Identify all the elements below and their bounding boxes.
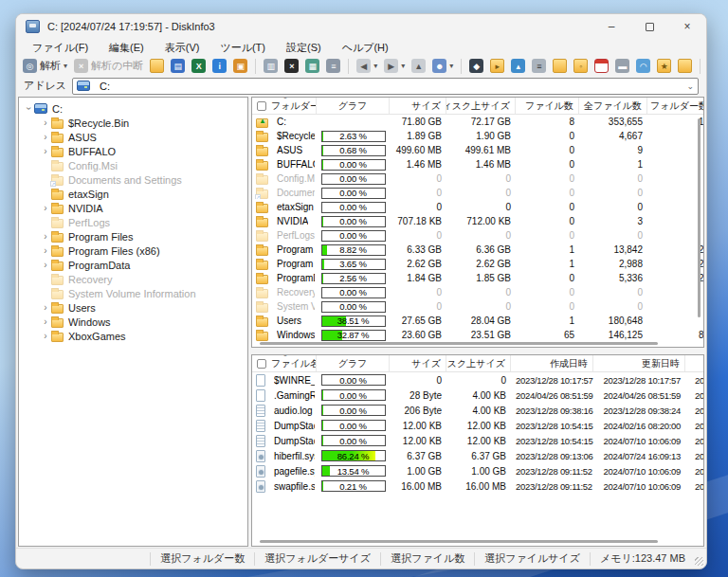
close-button[interactable]: × <box>668 14 706 39</box>
folder-row[interactable]: C:71.80 GB72.17 GB8353,65516 <box>252 115 704 129</box>
folder-row[interactable]: Recovery0.00 %00000 <box>252 285 704 299</box>
folder-row[interactable]: Program File...3.65 %2.62 GB2.62 GB12,98… <box>252 257 704 271</box>
menu-file[interactable]: ファイル(F) <box>22 39 99 56</box>
tree-item-program-files-x86-[interactable]: ›Program Files (x86) <box>19 243 247 258</box>
column-header[interactable]: ディスク上サイズ <box>446 98 516 114</box>
tree-item-windows[interactable]: ›Windows <box>19 315 247 329</box>
chevron-down-icon[interactable]: ▾ <box>449 62 453 70</box>
folder-row[interactable]: Program Files8.82 %6.33 GB6.36 GB113,842… <box>252 243 704 257</box>
folder-row[interactable]: NVIDIA0.00 %707.18 KB712.00 KB031 <box>252 214 704 228</box>
folder-row[interactable]: $Recycle.Bin2.63 %1.89 GB1.90 GB04,6673 <box>252 129 704 143</box>
tree-item-documents-and-settings[interactable]: ↗Documents and Settings <box>19 172 247 187</box>
chevron-right-icon[interactable]: › <box>40 245 51 256</box>
open-target-button[interactable] <box>675 57 695 75</box>
file-row[interactable]: DumpStack.l...0.00 %12.00 KB12.00 KB2023… <box>252 433 704 448</box>
export-excel-button[interactable]: X <box>189 57 209 75</box>
column-header[interactable]: ファイル数 <box>516 98 579 114</box>
user-button[interactable]: ☻▾ <box>429 57 456 75</box>
up-folder-button[interactable]: ▲ <box>409 57 428 75</box>
column-header[interactable] <box>685 355 704 371</box>
folder-history-button[interactable]: ◦ <box>571 57 591 75</box>
resize-grip[interactable] <box>695 557 703 566</box>
delete-button[interactable]: × <box>282 57 301 75</box>
folder-row[interactable]: ↗Documents ...0.00 %00000 <box>252 186 704 200</box>
tree-item-recovery[interactable]: Recovery <box>19 272 247 286</box>
horizontal-scrollbar[interactable] <box>260 342 658 345</box>
folder-row[interactable]: ASUS0.68 %499.60 MB499.61 MB091 <box>252 143 704 157</box>
file-row[interactable]: audio.log0.00 %206 Byte4.00 KB2023/12/28… <box>252 403 704 418</box>
chart-button[interactable]: ▦ <box>302 57 322 75</box>
column-header[interactable]: サイズ <box>390 98 446 114</box>
options-button[interactable]: *オプション▾ <box>705 57 707 75</box>
chevron-down-icon[interactable]: ▾ <box>401 62 405 70</box>
tree-item-buffalo[interactable]: ›BUFFALO <box>19 144 247 158</box>
chevron-right-icon[interactable]: › <box>40 146 51 156</box>
folder-row[interactable]: Users38.51 %27.65 GB28.04 GB1180,6485 <box>252 314 704 328</box>
horizontal-scrollbar[interactable] <box>260 540 658 543</box>
open-folder-button[interactable] <box>147 57 167 75</box>
menu-help[interactable]: ヘルプ(H) <box>332 39 399 56</box>
image-view-button[interactable]: ▴ <box>508 57 528 75</box>
tree-item-c-[interactable]: ›C: <box>19 101 247 116</box>
select-all-checkbox[interactable] <box>257 359 266 369</box>
numbered-list-button[interactable]: ≡ <box>529 57 549 75</box>
vertical-scrollbar[interactable] <box>698 118 701 317</box>
info-button[interactable]: i <box>209 57 229 75</box>
tree-item-system-volume-information[interactable]: System Volume Information <box>19 286 247 300</box>
print-button[interactable]: ▬ <box>612 57 632 75</box>
menu-tools[interactable]: ツール(T) <box>209 39 276 56</box>
folder-row[interactable]: Config.Msi0.00 %00000 <box>252 171 704 186</box>
tree-item-program-files[interactable]: ›Program Files <box>19 229 247 243</box>
column-header[interactable]: グラフ <box>317 355 390 371</box>
forward-button[interactable]: ▶▾ <box>381 57 408 75</box>
tree-item-perflogs[interactable]: PerfLogs <box>19 215 247 229</box>
chevron-right-icon[interactable]: › <box>40 231 51 242</box>
file-row[interactable]: $WINRE_BA...0.00 %002023/12/28 10:17:572… <box>252 372 704 388</box>
file-row[interactable]: hiberfil.sys86.24 %6.37 GB6.37 GB2023/12… <box>252 448 704 463</box>
tree-item-programdata[interactable]: ›ProgramData <box>19 258 247 272</box>
chevron-right-icon[interactable]: › <box>40 203 51 213</box>
folder-row[interactable]: etaxSign0.00 %00000 <box>252 200 704 214</box>
chevron-right-icon[interactable]: › <box>40 302 51 313</box>
search-button[interactable]: ◆ <box>466 57 486 75</box>
chevron-right-icon[interactable]: › <box>40 331 51 341</box>
address-combobox[interactable]: C: ⌄ <box>72 78 699 95</box>
back-button[interactable]: ◀▾ <box>354 57 380 75</box>
tree-item-users[interactable]: ›Users <box>19 300 247 315</box>
column-header[interactable]: ˆファイル名 <box>252 355 317 371</box>
folder-row[interactable]: BUFFALO0.00 %1.46 MB1.46 MB011 <box>252 157 704 171</box>
column-header[interactable]: グラフ <box>317 98 390 114</box>
minimize-button[interactable]: – <box>592 14 630 39</box>
chevron-right-icon[interactable]: › <box>40 117 51 128</box>
picture-button[interactable]: ◠ <box>633 57 653 75</box>
copy-button[interactable]: ▥ <box>261 57 281 75</box>
column-header[interactable]: 更新日時 <box>593 355 685 371</box>
column-header[interactable]: フォルダー数 <box>647 98 704 114</box>
file-row[interactable]: DumpStack.l...0.00 %12.00 KB12.00 KB2023… <box>252 418 704 433</box>
folder-row[interactable]: ProgramData2.56 %1.84 GB1.85 GB05,33625 <box>252 271 704 285</box>
list-button[interactable]: ≡ <box>323 57 343 75</box>
save-button[interactable]: ▤ <box>168 57 188 75</box>
chevron-down-icon[interactable]: ▾ <box>373 62 377 70</box>
column-header[interactable]: ディスク上サイズ <box>446 355 511 371</box>
select-all-checkbox[interactable] <box>257 101 266 111</box>
file-row[interactable]: .GamingRoot0.00 %28 Byte4.00 KB2024/04/2… <box>252 388 704 403</box>
folder-row[interactable]: PerfLogs0.00 %00000 <box>252 228 704 243</box>
chevron-down-icon[interactable]: › <box>24 103 34 115</box>
column-header[interactable]: ˆフォルダー名 <box>252 98 317 114</box>
column-header[interactable]: サイズ <box>390 355 446 371</box>
tree-item-etaxsign[interactable]: etaxSign <box>19 187 247 201</box>
tree-item--recycle-bin[interactable]: ›$Recycle.Bin <box>19 116 247 130</box>
tree-item-config-msi[interactable]: Config.Msi <box>19 158 247 172</box>
tree-item-xboxgames[interactable]: ›XboxGames <box>19 329 247 343</box>
folder-view-button[interactable] <box>550 57 570 75</box>
file-row[interactable]: pagefile.sys13.54 %1.00 GB1.00 GB2023/12… <box>252 463 704 478</box>
tree-item-nvidia[interactable]: ›NVIDIA <box>19 201 247 215</box>
chevron-right-icon[interactable]: › <box>40 316 51 327</box>
column-header[interactable]: 全ファイル数 <box>579 98 647 114</box>
menu-settings[interactable]: 設定(S) <box>276 39 332 56</box>
maximize-button[interactable] <box>630 14 668 39</box>
file-row[interactable]: swapfile.sys0.21 %16.00 MB16.00 MB2023/1… <box>252 478 704 494</box>
chevron-down-icon[interactable]: ⌄ <box>686 81 694 91</box>
favorites-button[interactable]: ★ <box>654 57 674 75</box>
